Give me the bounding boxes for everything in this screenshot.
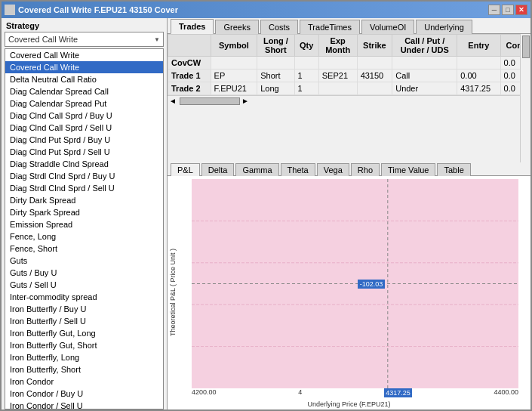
tab-greeks[interactable]: Greeks	[215, 20, 258, 34]
table-cell	[457, 57, 500, 70]
strategy-list-item[interactable]: Iron Butterfly Gut, Long	[5, 327, 163, 339]
strategy-list-item[interactable]: Guts	[5, 255, 163, 267]
table-cell: EP	[211, 70, 257, 82]
table-cell	[318, 57, 357, 70]
strategy-list-item[interactable]: Fence, Long	[5, 230, 163, 243]
strategy-list-item[interactable]: Guts / Buy U	[5, 267, 163, 279]
strategy-label: Strategy	[2, 18, 167, 32]
scroll-left-icon[interactable]: ◄	[169, 97, 177, 105]
tab-trades[interactable]: Trades	[171, 19, 214, 34]
table-cell	[392, 57, 457, 70]
maximize-button[interactable]: □	[502, 5, 514, 15]
strategy-list-item[interactable]: Inter-commodity spread	[5, 291, 163, 303]
title-bar-buttons: ─ □ ✕	[488, 5, 527, 15]
table-cell	[357, 57, 392, 70]
col-header-callput: Call / Put /Under / UDS	[392, 35, 457, 57]
table-cell: 1	[294, 82, 318, 95]
strategy-list-item[interactable]: Diag Strdl Clnd Sprd / Sell U	[5, 182, 163, 194]
strategy-list-item[interactable]: Delta Neutral Call Ratio	[5, 73, 163, 85]
table-cell: Trade 2	[168, 82, 211, 95]
table-cell: Under	[392, 82, 457, 95]
strategy-list-item[interactable]: Diag Calendar Spread Call	[5, 85, 163, 97]
table-cell: Short	[257, 70, 294, 82]
strategy-list-item[interactable]: Iron Condor / Buy U	[5, 388, 163, 400]
table-cell	[357, 82, 392, 95]
pnl-tab-rho[interactable]: Rho	[351, 163, 380, 176]
strategy-list-item[interactable]: Diag Clnd Call Sprd / Buy U	[5, 110, 163, 122]
table-cell: 43150	[357, 70, 392, 82]
strategy-list-item[interactable]: Diag Clnd Put Sprd / Sell U	[5, 146, 163, 158]
strategy-list-item[interactable]: Emission Spread	[5, 218, 163, 230]
strategy-list-item[interactable]: Dirty Spark Spread	[5, 206, 163, 218]
strategy-list-item[interactable]: Dirty Dark Spread	[5, 194, 163, 206]
strategy-list-item[interactable]: Iron Butterfly / Sell U	[5, 315, 163, 327]
minimize-button[interactable]: ─	[488, 5, 500, 15]
x-label-current: 4317.25	[384, 388, 412, 397]
table-cell	[257, 57, 294, 70]
col-header-entry: Entry	[457, 35, 500, 57]
table-cell: 4317.25	[457, 82, 500, 95]
chart-area: Theoretical P&L ( Price Unit )	[168, 176, 530, 409]
right-panel: TradesGreeksCostsTradeTimesVolumeOIUnder…	[168, 18, 530, 409]
strategy-dropdown[interactable]: Covered Call Write ▼	[5, 32, 164, 47]
pnl-tab-theta[interactable]: Theta	[281, 163, 315, 176]
col-header-qty: Qty	[294, 35, 318, 57]
strategy-list-item[interactable]: Iron Butterfly, Long	[5, 351, 163, 363]
tab-tradetimes[interactable]: TradeTimes	[300, 20, 360, 34]
close-button[interactable]: ✕	[515, 5, 527, 15]
table-cell	[211, 57, 257, 70]
x-label-left: 4200.00	[192, 388, 217, 397]
table-row: Trade 1EPShort1SEP2143150Call0.000.0	[168, 70, 530, 82]
horizontal-scrollbar[interactable]: ◄ ►	[168, 95, 530, 106]
pnl-tab-vega[interactable]: Vega	[317, 163, 349, 176]
table-cell: Call	[392, 70, 457, 82]
title-bar: Covered Call Write F.EPU21 43150 Cover ─…	[2, 2, 530, 18]
scrollbar-thumb[interactable]	[522, 36, 530, 58]
vertical-scrollbar[interactable]	[520, 34, 530, 162]
left-panel: Strategy Covered Call Write ▼ Covered Ca…	[2, 18, 168, 409]
pnl-tab-gamma[interactable]: Gamma	[235, 163, 278, 176]
strategy-list-item[interactable]: Iron Condor / Sell U	[5, 400, 163, 409]
strategy-list[interactable]: Covered Call WriteCovered Call WriteDelt…	[5, 48, 164, 409]
tab-underlying[interactable]: Underlying	[416, 20, 472, 34]
strategy-list-item[interactable]: Iron Condor	[5, 375, 163, 388]
strategy-list-item[interactable]: Iron Butterfly Gut, Short	[5, 339, 163, 351]
strategy-list-item[interactable]: Covered Call Write	[5, 49, 163, 61]
strategy-list-item[interactable]: Diag Strdl Clnd Sprd / Buy U	[5, 170, 163, 182]
strategy-list-item[interactable]: Covered Call Write	[5, 61, 163, 73]
tab-volumeoi[interactable]: VolumeOI	[361, 20, 414, 34]
pnl-tab-delta[interactable]: Delta	[201, 163, 235, 176]
strategy-list-item[interactable]: Diag Clnd Call Sprd / Sell U	[5, 122, 163, 134]
pnl-tab-time-value[interactable]: Time Value	[381, 163, 435, 176]
strategy-list-item[interactable]: Diag Calendar Spread Put	[5, 97, 163, 110]
chart-svg: 0.00 -50.00 -100.00 -150.00 -200.00	[192, 179, 518, 388]
table-cell: Trade 1	[168, 70, 211, 82]
col-header-longshort: Long /Short	[257, 35, 294, 57]
scroll-right-icon[interactable]: ►	[241, 97, 249, 105]
col-header-row	[168, 35, 211, 57]
strategy-list-item[interactable]: Iron Butterfly, Short	[5, 363, 163, 375]
window-title: Covered Call Write F.EPU21 43150 Cover	[18, 5, 488, 14]
x-label-mid1: 4	[298, 388, 302, 397]
strategy-list-item[interactable]: Diag Straddle Clnd Spread	[5, 158, 163, 170]
main-content: Strategy Covered Call Write ▼ Covered Ca…	[2, 18, 530, 409]
table-row: Trade 2F.EPU21Long1Under4317.250.0	[168, 82, 530, 95]
table-cell: F.EPU21	[211, 82, 257, 95]
strategy-list-item[interactable]: Iron Butterfly / Buy U	[5, 303, 163, 315]
pnl-tab-p-l[interactable]: P&L	[171, 163, 200, 176]
table-cell: CovCW	[168, 57, 211, 70]
tab-costs[interactable]: Costs	[260, 20, 298, 34]
strategy-list-item[interactable]: Guts / Sell U	[5, 279, 163, 291]
table-cell: 0.00	[457, 70, 500, 82]
y-axis-label: Theoretical P&L ( Price Unit )	[169, 248, 177, 335]
table-cell: 1	[294, 70, 318, 82]
h-scroll-bar[interactable]	[180, 97, 240, 105]
strategy-list-item[interactable]: Diag Clnd Put Sprd / Buy U	[5, 134, 163, 146]
x-axis-label: Underlying Price (F.EPU21)	[307, 400, 390, 408]
pnl-tab-table[interactable]: Table	[437, 163, 470, 176]
strategy-list-item[interactable]: Fence, Short	[5, 243, 163, 255]
col-header-strike: Strike	[357, 35, 392, 57]
col-header-exp: ExpMonth	[318, 35, 357, 57]
strategy-selected: Covered Call Write	[8, 35, 154, 44]
main-window: Covered Call Write F.EPU21 43150 Cover ─…	[0, 0, 532, 411]
